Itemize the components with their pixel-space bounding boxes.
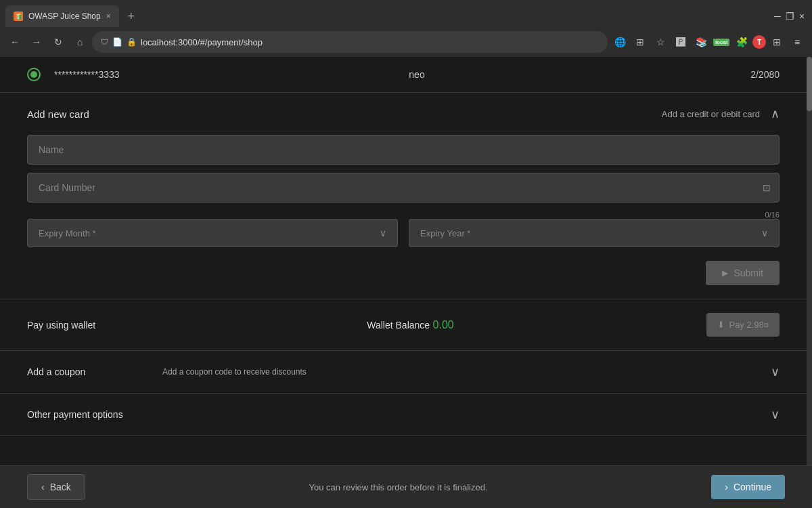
card-number-display: ************3333 (54, 69, 287, 80)
expiry-year-chevron: ∨ (761, 228, 768, 238)
back-label: Back (50, 482, 71, 492)
expiry-month-chevron: ∨ (380, 228, 386, 238)
main-area: ************3333 neo 2/2080 Add new card… (0, 57, 807, 436)
card-number-icon: ⊡ (763, 182, 771, 193)
coupon-section[interactable]: Add a coupon Add a coupon code to receiv… (0, 351, 807, 394)
nav-bar: ← → ↻ ⌂ 🛡 📄 🔒 localhost:3000/#/payment/s… (0, 27, 812, 57)
submit-button[interactable]: ▶ Submit (706, 261, 780, 285)
back-button[interactable]: ‹ Back (27, 474, 85, 500)
section-header-left: Add new card (27, 108, 662, 120)
tab-favicon: 🧃 (14, 12, 23, 21)
back-nav-button[interactable]: ← (5, 33, 24, 51)
continue-icon: › (725, 482, 728, 492)
card-name-display: neo (300, 69, 533, 80)
add-card-title: Add new card (27, 108, 662, 120)
card-expiry-display: 2/2080 (547, 69, 780, 80)
grid-apps-button[interactable]: ⊞ (767, 33, 786, 51)
page-icon: 📄 (112, 37, 122, 47)
pocket-button[interactable]: 🅿 (671, 33, 690, 51)
radio-inner (30, 71, 37, 78)
footer-message: You can review this order before it is f… (99, 482, 698, 492)
forward-nav-button[interactable]: → (27, 33, 46, 51)
pay-wallet-label: Pay 2.98¤ (729, 320, 769, 330)
expiry-row: Expiry Month * ∨ Expiry Year * ∨ (27, 219, 780, 247)
footer: ‹ Back You can review this order before … (0, 465, 812, 508)
submit-icon: ▶ (722, 268, 728, 278)
coupon-title: Add a coupon (27, 366, 85, 377)
other-payment-section[interactable]: Other payment options ∨ (0, 394, 807, 436)
window-controls: ─ ❐ × (773, 12, 807, 21)
page-wrapper: ************3333 neo 2/2080 Add new card… (0, 57, 812, 465)
local-badge: local (712, 33, 731, 51)
tab-bar: 🧃 OWASP Juice Shop × + ─ ❐ × (0, 0, 812, 27)
continue-button[interactable]: › Continue (711, 475, 785, 499)
saved-card-row: ************3333 neo 2/2080 (0, 57, 807, 93)
wallet-balance-amount: 0.00 (433, 319, 454, 331)
card-radio-selected[interactable] (27, 68, 41, 81)
shield-icon: 🛡 (100, 37, 108, 47)
browser-chrome: 🧃 OWASP Juice Shop × + ─ ❐ × ← → ↻ ⌂ 🛡 📄… (0, 0, 812, 57)
wallet-section: Pay using wallet Wallet Balance 0.00 ⬇ P… (0, 299, 807, 351)
add-card-chevron[interactable]: ∧ (771, 106, 780, 121)
address-bar[interactable]: 🛡 📄 🔒 localhost:3000/#/payment/shop (92, 31, 608, 53)
submit-row: ▶ Submit (27, 261, 780, 285)
wallet-label: Pay using wallet (27, 320, 367, 331)
submit-label: Submit (734, 268, 763, 278)
scrollbar-thumb[interactable] (807, 57, 812, 111)
expiry-month-select[interactable]: Expiry Month * ∨ (27, 219, 398, 247)
name-input[interactable] (39, 144, 768, 155)
new-tab-button[interactable]: + (122, 7, 141, 26)
nav-actions: 🌐 ⊞ ☆ 🅿 📚 local 🧩 T ⊞ ≡ (610, 33, 807, 51)
add-new-card-section: Add new card Add a credit or debit card … (0, 93, 807, 299)
coupon-left: Add a coupon (27, 366, 162, 378)
translate-button[interactable]: 🌐 (610, 33, 629, 51)
bookmark-button[interactable]: ☆ (651, 33, 670, 51)
lock-icon: 🔒 (127, 37, 137, 47)
wallet-balance-area: Wallet Balance 0.00 (367, 319, 706, 331)
back-icon: ‹ (41, 482, 45, 492)
profile-icon[interactable]: T (752, 35, 766, 49)
expiry-year-label: Expiry Year * (420, 228, 470, 238)
add-card-header[interactable]: Add new card Add a credit or debit card … (0, 93, 807, 135)
card-number-input[interactable] (39, 182, 768, 193)
coupon-subtitle: Add a coupon code to receive discounts (162, 367, 760, 377)
library-button[interactable]: 📚 (692, 33, 710, 51)
pay-wallet-icon: ⬇ (717, 320, 725, 330)
tab-close-button[interactable]: × (106, 12, 111, 21)
card-number-field: ⊡ (27, 173, 780, 203)
refresh-button[interactable]: ↻ (49, 33, 68, 51)
char-count: 0/16 (27, 211, 780, 219)
home-button[interactable]: ⌂ (70, 33, 89, 51)
grid-button[interactable]: ⊞ (631, 33, 650, 51)
other-payment-chevron: ∨ (771, 407, 780, 422)
expiry-year-select[interactable]: Expiry Year * ∨ (409, 219, 780, 247)
expiry-month-label: Expiry Month * (39, 228, 96, 238)
extensions-button[interactable]: 🧩 (732, 33, 751, 51)
add-card-form: ⊡ 0/16 Expiry Month * ∨ Expiry Year * ∨ (0, 135, 807, 299)
close-window-button[interactable]: × (797, 12, 807, 21)
page-scroll[interactable]: ************3333 neo 2/2080 Add new card… (0, 57, 807, 465)
menu-button[interactable]: ≡ (788, 33, 807, 51)
coupon-chevron: ∨ (771, 364, 780, 379)
continue-label: Continue (734, 482, 771, 492)
pay-wallet-button[interactable]: ⬇ Pay 2.98¤ (706, 313, 780, 337)
url-text[interactable]: localhost:3000/#/payment/shop (141, 37, 600, 47)
add-card-subtitle: Add a credit or debit card (662, 109, 760, 119)
active-tab[interactable]: 🧃 OWASP Juice Shop × (5, 5, 119, 27)
scrollbar-track[interactable] (807, 57, 812, 465)
minimize-button[interactable]: ─ (773, 12, 782, 21)
tab-title: OWASP Juice Shop (28, 12, 101, 21)
maximize-button[interactable]: ❐ (785, 12, 794, 21)
name-field (27, 135, 780, 165)
wallet-balance-label: Wallet Balance (367, 320, 430, 331)
other-payment-title: Other payment options (27, 409, 771, 420)
